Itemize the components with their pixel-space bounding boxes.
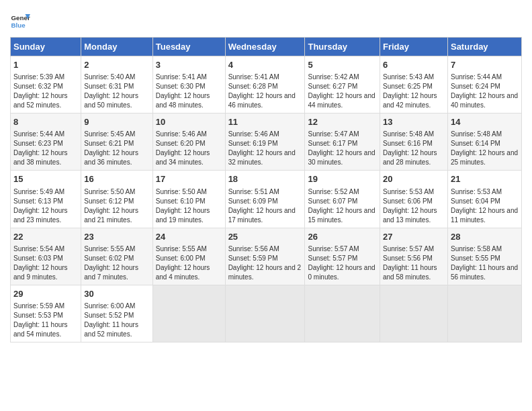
day-info: Sunrise: 5:48 AMSunset: 6:16 PMDaylight:… bbox=[383, 130, 437, 166]
calendar-cell: 15Sunrise: 5:49 AMSunset: 6:13 PMDayligh… bbox=[11, 171, 81, 228]
calendar-cell: 27Sunrise: 5:57 AMSunset: 5:56 PMDayligh… bbox=[380, 228, 448, 285]
day-info: Sunrise: 5:45 AMSunset: 6:21 PMDaylight:… bbox=[84, 130, 138, 166]
day-number: 30 bbox=[84, 288, 149, 300]
day-number: 18 bbox=[228, 173, 302, 185]
day-header-friday: Friday bbox=[380, 38, 448, 56]
day-number: 16 bbox=[84, 173, 149, 185]
calendar-cell: 22Sunrise: 5:54 AMSunset: 6:03 PMDayligh… bbox=[11, 228, 81, 285]
day-number: 28 bbox=[451, 231, 519, 243]
day-number: 14 bbox=[451, 116, 519, 128]
day-info: Sunrise: 5:44 AMSunset: 6:23 PMDaylight:… bbox=[13, 130, 68, 166]
day-number: 5 bbox=[308, 59, 377, 71]
day-number: 22 bbox=[13, 231, 78, 243]
calendar-cell: 25Sunrise: 5:56 AMSunset: 5:59 PMDayligh… bbox=[225, 228, 305, 285]
day-number: 24 bbox=[156, 231, 222, 243]
calendar-cell: 23Sunrise: 5:55 AMSunset: 6:02 PMDayligh… bbox=[81, 228, 152, 285]
calendar-cell: 20Sunrise: 5:53 AMSunset: 6:06 PMDayligh… bbox=[380, 171, 448, 228]
day-number: 6 bbox=[383, 59, 445, 71]
day-number: 2 bbox=[84, 59, 149, 71]
week-row-1: 1Sunrise: 5:39 AMSunset: 6:32 PMDaylight… bbox=[11, 56, 522, 113]
day-info: Sunrise: 5:41 AMSunset: 6:30 PMDaylight:… bbox=[156, 73, 210, 109]
calendar-cell: 19Sunrise: 5:52 AMSunset: 6:07 PMDayligh… bbox=[305, 171, 380, 228]
calendar-cell: 11Sunrise: 5:46 AMSunset: 6:19 PMDayligh… bbox=[225, 113, 305, 171]
calendar-table: SundayMondayTuesdayWednesdayThursdayFrid… bbox=[10, 37, 522, 342]
day-info: Sunrise: 5:53 AMSunset: 6:06 PMDaylight:… bbox=[383, 188, 437, 224]
calendar-cell: 26Sunrise: 5:57 AMSunset: 5:57 PMDayligh… bbox=[305, 228, 380, 285]
calendar-cell bbox=[447, 285, 521, 342]
day-number: 25 bbox=[228, 231, 302, 243]
day-info: Sunrise: 5:58 AMSunset: 5:55 PMDaylight:… bbox=[451, 245, 518, 281]
day-number: 27 bbox=[383, 231, 445, 243]
days-header-row: SundayMondayTuesdayWednesdayThursdayFrid… bbox=[11, 38, 522, 56]
day-info: Sunrise: 5:54 AMSunset: 6:03 PMDaylight:… bbox=[13, 245, 68, 281]
day-number: 17 bbox=[156, 173, 222, 185]
calendar-cell: 24Sunrise: 5:55 AMSunset: 6:00 PMDayligh… bbox=[152, 228, 225, 285]
week-row-3: 15Sunrise: 5:49 AMSunset: 6:13 PMDayligh… bbox=[11, 171, 522, 228]
calendar-cell: 29Sunrise: 5:59 AMSunset: 5:53 PMDayligh… bbox=[11, 285, 81, 342]
day-number: 15 bbox=[13, 173, 78, 185]
day-number: 19 bbox=[308, 173, 377, 185]
day-info: Sunrise: 5:39 AMSunset: 6:32 PMDaylight:… bbox=[13, 73, 68, 109]
calendar-cell bbox=[225, 285, 305, 342]
day-info: Sunrise: 5:46 AMSunset: 6:19 PMDaylight:… bbox=[228, 130, 296, 166]
day-number: 3 bbox=[156, 59, 222, 71]
day-info: Sunrise: 5:47 AMSunset: 6:17 PMDaylight:… bbox=[308, 130, 375, 166]
day-header-tuesday: Tuesday bbox=[152, 38, 225, 56]
day-info: Sunrise: 5:59 AMSunset: 5:53 PMDaylight:… bbox=[13, 302, 68, 338]
calendar-cell: 16Sunrise: 5:50 AMSunset: 6:12 PMDayligh… bbox=[81, 171, 152, 228]
calendar-cell: 8Sunrise: 5:44 AMSunset: 6:23 PMDaylight… bbox=[11, 113, 81, 171]
day-number: 13 bbox=[383, 116, 445, 128]
day-number: 29 bbox=[13, 288, 78, 300]
day-info: Sunrise: 5:53 AMSunset: 6:04 PMDaylight:… bbox=[451, 188, 518, 224]
day-info: Sunrise: 5:41 AMSunset: 6:28 PMDaylight:… bbox=[228, 73, 296, 109]
day-header-thursday: Thursday bbox=[305, 38, 380, 56]
day-number: 21 bbox=[451, 173, 519, 185]
week-row-5: 29Sunrise: 5:59 AMSunset: 5:53 PMDayligh… bbox=[11, 285, 522, 342]
calendar-cell bbox=[152, 285, 225, 342]
day-info: Sunrise: 5:40 AMSunset: 6:31 PMDaylight:… bbox=[84, 73, 138, 109]
day-number: 10 bbox=[156, 116, 222, 128]
day-number: 4 bbox=[228, 59, 302, 71]
calendar-cell: 6Sunrise: 5:43 AMSunset: 6:25 PMDaylight… bbox=[380, 56, 448, 113]
calendar-cell: 3Sunrise: 5:41 AMSunset: 6:30 PMDaylight… bbox=[152, 56, 225, 113]
svg-text:Blue: Blue bbox=[11, 21, 26, 29]
day-number: 9 bbox=[84, 116, 149, 128]
day-info: Sunrise: 6:00 AMSunset: 5:52 PMDaylight:… bbox=[84, 302, 138, 338]
calendar-cell: 1Sunrise: 5:39 AMSunset: 6:32 PMDaylight… bbox=[11, 56, 81, 113]
day-info: Sunrise: 5:56 AMSunset: 5:59 PMDaylight:… bbox=[228, 245, 301, 281]
day-number: 26 bbox=[308, 231, 377, 243]
calendar-cell bbox=[380, 285, 448, 342]
week-row-2: 8Sunrise: 5:44 AMSunset: 6:23 PMDaylight… bbox=[11, 113, 522, 171]
logo-icon: General Blue bbox=[10, 10, 30, 30]
calendar-cell: 28Sunrise: 5:58 AMSunset: 5:55 PMDayligh… bbox=[447, 228, 521, 285]
day-header-monday: Monday bbox=[81, 38, 152, 56]
day-number: 20 bbox=[383, 173, 445, 185]
day-info: Sunrise: 5:52 AMSunset: 6:07 PMDaylight:… bbox=[308, 188, 375, 224]
calendar-cell: 14Sunrise: 5:48 AMSunset: 6:14 PMDayligh… bbox=[447, 113, 521, 171]
day-info: Sunrise: 5:57 AMSunset: 5:57 PMDaylight:… bbox=[308, 245, 375, 281]
day-info: Sunrise: 5:57 AMSunset: 5:56 PMDaylight:… bbox=[383, 245, 437, 281]
day-header-sunday: Sunday bbox=[11, 38, 81, 56]
day-number: 8 bbox=[13, 116, 78, 128]
calendar-cell: 7Sunrise: 5:44 AMSunset: 6:24 PMDaylight… bbox=[447, 56, 521, 113]
day-info: Sunrise: 5:50 AMSunset: 6:12 PMDaylight:… bbox=[84, 188, 138, 224]
day-number: 1 bbox=[13, 59, 78, 71]
day-info: Sunrise: 5:44 AMSunset: 6:24 PMDaylight:… bbox=[451, 73, 518, 109]
day-info: Sunrise: 5:50 AMSunset: 6:10 PMDaylight:… bbox=[156, 188, 210, 224]
day-info: Sunrise: 5:43 AMSunset: 6:25 PMDaylight:… bbox=[383, 73, 437, 109]
week-row-4: 22Sunrise: 5:54 AMSunset: 6:03 PMDayligh… bbox=[11, 228, 522, 285]
day-info: Sunrise: 5:49 AMSunset: 6:13 PMDaylight:… bbox=[13, 188, 68, 224]
calendar-cell: 17Sunrise: 5:50 AMSunset: 6:10 PMDayligh… bbox=[152, 171, 225, 228]
day-info: Sunrise: 5:42 AMSunset: 6:27 PMDaylight:… bbox=[308, 73, 375, 109]
calendar-cell: 5Sunrise: 5:42 AMSunset: 6:27 PMDaylight… bbox=[305, 56, 380, 113]
logo: General Blue bbox=[10, 10, 30, 30]
calendar-cell: 9Sunrise: 5:45 AMSunset: 6:21 PMDaylight… bbox=[81, 113, 152, 171]
calendar-cell: 12Sunrise: 5:47 AMSunset: 6:17 PMDayligh… bbox=[305, 113, 380, 171]
day-info: Sunrise: 5:48 AMSunset: 6:14 PMDaylight:… bbox=[451, 130, 518, 166]
calendar-cell bbox=[305, 285, 380, 342]
day-number: 23 bbox=[84, 231, 149, 243]
page-header: General Blue bbox=[10, 10, 522, 30]
day-header-wednesday: Wednesday bbox=[225, 38, 305, 56]
day-info: Sunrise: 5:51 AMSunset: 6:09 PMDaylight:… bbox=[228, 188, 296, 224]
day-info: Sunrise: 5:55 AMSunset: 6:00 PMDaylight:… bbox=[156, 245, 210, 281]
